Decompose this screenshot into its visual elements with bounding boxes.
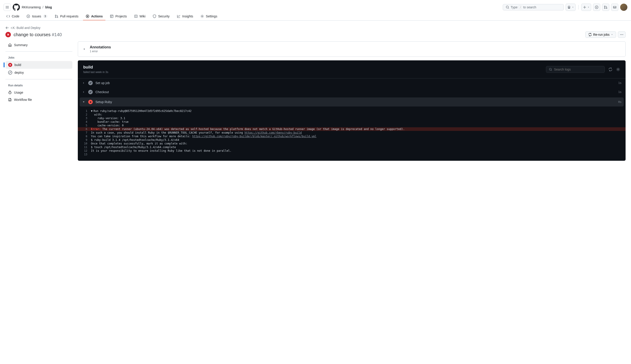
tab-settings[interactable]: Settings <box>198 13 220 20</box>
sidebar-usage-label: Usage <box>14 91 23 94</box>
log-refresh-button[interactable] <box>608 67 612 72</box>
search-icon <box>549 68 552 71</box>
kebab-icon <box>620 33 623 36</box>
tab-pulls[interactable]: Pull requests <box>52 13 81 20</box>
rerun-jobs-button[interactable]: Re-run jobs <box>585 32 616 38</box>
inbox-icon <box>613 6 616 9</box>
step-name: Setup Ruby <box>96 100 112 104</box>
issues-button[interactable] <box>593 4 600 11</box>
log-line: 3 ruby-version: 3.1 <box>78 116 625 120</box>
sidebar-job-build[interactable]: build <box>6 61 72 69</box>
copilot-icon <box>567 6 571 9</box>
run-kebab-button[interactable] <box>618 32 625 38</box>
line-content: bundler-cache: true <box>91 120 621 124</box>
log-line: 1▼Run ruby/setup-ruby@8575951200e472d5f2… <box>78 109 625 113</box>
breadcrumb-repo[interactable]: blog <box>45 6 52 9</box>
step-time: 1s <box>618 82 621 84</box>
global-search[interactable]: Type / to search <box>503 4 564 10</box>
sidebar-summary[interactable]: Summary <box>6 41 72 48</box>
tab-pulls-label: Pull requests <box>60 14 79 18</box>
inbox-button[interactable] <box>611 4 618 11</box>
svg-point-8 <box>55 15 56 16</box>
copilot-button[interactable] <box>566 4 575 11</box>
tab-wiki[interactable]: Wiki <box>131 13 148 20</box>
gear-icon <box>616 67 620 72</box>
step-name: Set up job <box>96 81 110 85</box>
log-settings-button[interactable] <box>616 67 620 72</box>
breadcrumb-owner[interactable]: RKKoranteng <box>22 6 41 9</box>
pull-request-icon <box>55 14 58 18</box>
tab-issues[interactable]: Issues 3 <box>24 13 50 20</box>
log-job-status: failed last week in 3s <box>83 70 108 74</box>
run-number: #140 <box>52 32 62 37</box>
two-col: Summary Jobs build deploy Run details Us… <box>6 41 625 161</box>
user-avatar[interactable] <box>620 4 627 11</box>
shield-icon <box>153 14 156 18</box>
line-number: 13 <box>82 153 91 156</box>
log-search[interactable] <box>546 66 605 73</box>
log-line: 8You can take inspiration from this work… <box>78 134 625 138</box>
plus-icon <box>583 6 586 9</box>
gear-icon <box>200 14 204 18</box>
tab-insights[interactable]: Insights <box>174 13 196 20</box>
github-logo[interactable] <box>13 4 20 11</box>
svg-point-7 <box>28 16 29 17</box>
sync-icon <box>588 33 592 36</box>
log-line: 11$ touch /opt/hostedtoolcache/Ruby/3.1.… <box>78 145 625 149</box>
back-link-label: r.K: Build and Deploy <box>11 26 41 30</box>
tab-actions[interactable]: Actions <box>83 13 105 20</box>
step-row[interactable]: Checkout1s <box>78 88 625 96</box>
create-new-button[interactable] <box>581 4 591 11</box>
steps-list: Set up job1sCheckout1sSetup Ruby0s <box>78 78 625 106</box>
line-content: Error: The current runner (ubuntu-24.04-… <box>91 128 621 131</box>
sidebar-job-deploy[interactable]: deploy <box>6 69 72 76</box>
sidebar-usage[interactable]: Usage <box>6 89 72 96</box>
sidebar-workflow-file[interactable]: Workflow file <box>6 96 72 103</box>
log-link[interactable]: https://github.com/ruby/ruby-builder/blo… <box>192 135 316 138</box>
line-content: In such a case, you should install Ruby … <box>91 131 621 134</box>
line-number: 5 <box>82 124 91 127</box>
sidebar-summary-label: Summary <box>14 43 28 47</box>
line-content: You can take inspiration from this workf… <box>91 135 621 138</box>
sidebar-workflow-file-label: Workflow file <box>14 98 32 102</box>
log-search-input[interactable] <box>554 68 602 71</box>
tab-security[interactable]: Security <box>150 13 172 20</box>
breadcrumb: RKKoranteng / blog <box>22 6 52 9</box>
line-number: 2 <box>82 113 91 116</box>
annotations-box[interactable]: Annotations 1 error <box>78 41 625 57</box>
step-name: Checkout <box>96 90 109 94</box>
log-header: build failed last week in 3s <box>78 60 625 78</box>
chevron-down-icon <box>611 34 613 36</box>
tab-projects[interactable]: Projects <box>107 13 130 20</box>
line-content: $ touch /opt/hostedtoolcache/Ruby/3.1.4/… <box>91 146 621 149</box>
line-content: $ ruby-build 3.1.4 /opt/hostedtoolcache/… <box>91 138 621 142</box>
step-row[interactable]: Set up job1s <box>78 78 625 88</box>
home-icon <box>8 43 12 47</box>
chevron-icon <box>82 100 86 104</box>
chevron-down-icon <box>587 6 590 8</box>
log-line: 13 <box>78 152 625 156</box>
tab-code[interactable]: Code <box>4 13 22 20</box>
check-icon <box>88 90 93 94</box>
jobs-heading: Jobs <box>6 54 72 61</box>
annotations-title: Annotations <box>90 45 111 49</box>
log-line: 4 bundler-cache: true <box>78 120 625 124</box>
step-time: 1s <box>618 90 621 94</box>
pulls-button[interactable] <box>602 4 609 11</box>
log-job-title: build <box>83 65 108 70</box>
back-link[interactable]: r.K: Build and Deploy <box>6 26 625 30</box>
run-sidebar: Summary Jobs build deploy Run details Us… <box>6 41 72 161</box>
breadcrumb-separator: / <box>43 6 44 9</box>
run-status-fail-icon <box>6 32 11 37</box>
log-link[interactable]: https://github.com/rbenv/ruby-build <box>245 131 302 134</box>
fail-icon <box>8 63 12 67</box>
skip-icon <box>8 70 12 74</box>
line-number: 8 <box>82 135 91 138</box>
svg-point-5 <box>606 8 607 8</box>
hamburger-menu[interactable] <box>4 4 11 11</box>
tab-insights-label: Insights <box>182 14 193 18</box>
search-icon <box>506 6 509 9</box>
line-content: cache-version: 0 <box>91 124 621 127</box>
step-row[interactable]: Setup Ruby0s <box>80 98 624 106</box>
line-content: It is your responsibility to ensure inst… <box>91 149 621 152</box>
